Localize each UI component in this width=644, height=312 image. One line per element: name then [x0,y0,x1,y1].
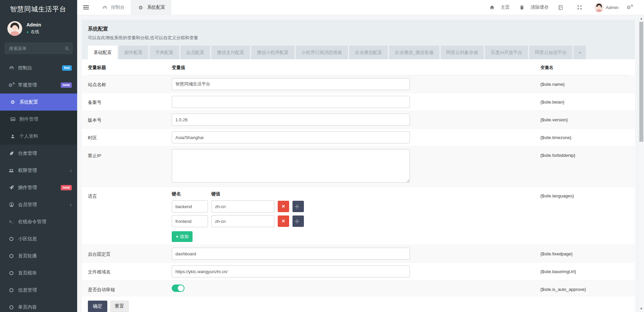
move-button[interactable] [292,215,304,227]
clear-cache-button[interactable]: 清除缓存 [518,4,549,10]
topbar-tab[interactable]: 控制台 [95,0,131,15]
row-label: 后台固定页 [88,248,172,257]
config-input[interactable] [172,248,410,260]
reset-button[interactable]: 重置 [110,301,129,312]
delete-button[interactable]: × [278,201,289,212]
col-header-name: 变量名 [540,65,629,71]
sidebar-item-label: 个人资料 [19,133,38,139]
form-row: 后台固定页{$site.fixedpage} [82,245,635,263]
config-tab[interactable]: 微信支付配置 [211,46,250,59]
config-tab[interactable]: 企业微信配置 [349,46,388,59]
dashboard-icon [7,65,15,70]
sidebar-item-label: 在线命令管理 [18,219,46,225]
user-circle-icon [7,202,15,207]
config-tab[interactable]: 小程序订阅消息模板 [296,46,348,59]
row-label: 备案号 [88,96,172,106]
sidebar-item[interactable]: 小区信息 [0,230,77,247]
config-tab[interactable]: 邮件配置 [119,46,148,59]
config-tab[interactable]: 会员配置 [180,46,210,59]
book-button[interactable] [557,5,568,10]
topbar-tabs: 控制台⚙系统配置 [95,0,171,15]
delete-button[interactable]: × [278,215,289,227]
settings-button[interactable]: ⚙⚙ [627,5,635,10]
gear-icon: ⚙ [137,5,145,10]
cogs-icon: ⚙⚙ [7,82,15,88]
page-subtitle: 可以在此增改系统的变量和分组,也可以自定义分组和变量 [88,35,629,46]
sidebar-item[interactable]: 权限管理‹ [0,162,77,179]
config-input[interactable] [172,131,410,143]
kv-key-input[interactable] [172,200,208,212]
config-tab[interactable]: 百度AI开放平台 [485,46,528,59]
sidebar-item[interactable]: 首页模块 [0,264,77,282]
add-tab[interactable]: + [574,46,586,59]
search-input[interactable] [5,43,72,54]
terminal-icon: >_ [7,220,15,224]
menu-search [5,43,72,54]
form-row: 版本号{$site.version} [82,111,635,129]
sidebar-item-label: 单页内容 [18,304,37,310]
circle-icon [7,237,15,241]
leaf-icon [7,151,15,156]
scroll-up-icon[interactable]: ▲ [639,17,644,20]
page-scrollbar[interactable]: ▲ ▼ [638,15,644,312]
sidebar-item[interactable]: 首页轮播 [0,247,77,264]
config-tab[interactable]: 阿里云短信平台 [529,46,573,59]
submit-button[interactable]: 确定 [88,301,107,312]
config-tab[interactable]: 基础配置 [88,46,117,59]
sidebar-item[interactable]: 个人资料 [0,128,77,145]
circle-icon [7,305,15,309]
sidebar-item[interactable]: 会员管理‹ [0,196,77,213]
sidebar-item[interactable]: 附件管理 [0,111,77,128]
config-tab[interactable]: 微信小程序配置 [251,46,294,59]
row-value [172,114,540,126]
row-var-name: {$site.fixedpage} [540,248,629,256]
sidebar-item-label: 常规管理 [18,82,37,88]
sidebar-item[interactable]: 插件管理new [0,179,77,196]
row-value [172,283,540,293]
hamburger-menu-icon[interactable] [77,0,95,15]
row-value [172,248,540,260]
topbar-tab[interactable]: ⚙系统配置 [131,0,171,15]
badge: new [61,82,72,88]
row-var-name: {$site.baseImgUrl} [540,265,629,274]
fullscreen-icon [576,5,584,10]
kv-key-input[interactable] [172,215,208,227]
config-input[interactable] [172,114,410,126]
sidebar-item[interactable]: 信息管理 [0,282,77,299]
row-label: 版本号 [88,114,172,123]
sidebar-item[interactable]: ⚙系统配置 [0,93,77,111]
panel-body: 变量标题 变量值 变量名 站点名称{$site.name}备案号{$site.b… [82,59,635,312]
scrollbar-thumb[interactable] [639,22,643,142]
config-tab[interactable]: 字典配置 [150,46,179,59]
form-row: 时区{$site.timezone} [82,129,635,146]
avatar[interactable] [7,21,22,36]
form-row: 文件根域名{$site.baseImgUrl} [82,263,635,280]
main-content: 系统配置 可以在此增改系统的变量和分组,也可以自定义分组和变量 基础配置邮件配置… [77,15,638,312]
config-input[interactable] [172,78,410,90]
home-button[interactable]: 主页 [488,4,510,10]
config-input[interactable] [172,265,410,277]
sidebar-item[interactable]: 分类管理 [0,145,77,162]
append-label: 追加 [180,234,189,240]
dashboard-icon [101,5,109,10]
sidebar-item[interactable]: ⚙⚙常规管理new [0,76,77,93]
append-button[interactable]: +追加 [172,231,193,242]
trash-icon [518,5,526,10]
config-textarea[interactable] [172,149,410,183]
config-tab[interactable]: 企业微信_微信客服 [389,46,439,59]
user-menu[interactable]: Admin [594,3,619,12]
sidebar-item[interactable]: >_在线命令管理 [0,213,77,230]
row-value: 键名键值××+追加 [172,190,540,242]
kv-value-input[interactable] [211,200,274,212]
scroll-down-icon[interactable]: ▼ [639,307,644,310]
toggle-switch[interactable] [172,285,184,292]
config-input[interactable] [172,96,410,108]
book-icon [557,5,565,10]
kv-value-input[interactable] [211,215,274,227]
move-button[interactable] [292,201,304,212]
sidebar-item[interactable]: 控制台hot [0,59,77,76]
sidebar-item[interactable]: 单页内容 [0,299,77,312]
avatar [594,3,604,12]
config-tab[interactable]: 阿里云对象存储 [441,46,484,59]
fullscreen-button[interactable] [576,5,586,10]
